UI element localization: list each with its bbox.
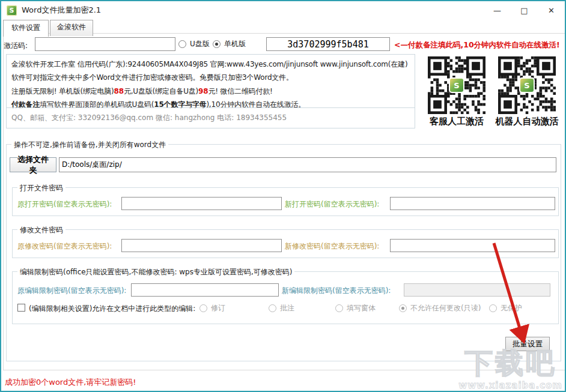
radio-udisk-label: U盘版: [190, 39, 210, 49]
old-modify-password-input[interactable]: [121, 239, 282, 252]
new-restrict-password-label: 新编辑限制密码(留空表示无密码):: [282, 286, 391, 296]
new-open-password-label: 新打开密码(留空表示无密码):: [285, 199, 379, 210]
activation-hint: <—付款备注填此码,10分钟内软件自动在线激活!: [394, 40, 560, 50]
edit-type-label-readonly: 不允许任何更改(只读): [410, 303, 481, 313]
close-button[interactable]: ✕: [538, 1, 565, 19]
qr-caption-robot: 机器人自动激活: [491, 116, 563, 127]
open-password-legend: 打开文件密码: [17, 183, 65, 193]
tab-jinjun-software[interactable]: 金浚软件: [50, 20, 93, 36]
info-panel: 金浚软件开发工作室 信用代码(广东):92440605MA4X049J85 官网…: [6, 54, 415, 128]
price-udisk: 98: [198, 87, 208, 95]
info-line-feature: 软件可对指定文件夹中多个Word文件进行加密或修改密码。免费版只加密3个Word…: [11, 71, 410, 84]
new-modify-password-input[interactable]: [390, 239, 555, 252]
radio-standalone-version[interactable]: 单机版: [213, 39, 246, 49]
window-title: Word文件批量加密2.1: [22, 5, 101, 16]
machine-code-input[interactable]: [266, 37, 390, 51]
batch-settings-button[interactable]: 批量设置: [505, 337, 550, 351]
old-restrict-password-input[interactable]: [131, 283, 279, 297]
tab-bar: 软件设置 金浚软件: [3, 20, 94, 36]
restrict-password-group: 编辑限制密码(office只能设置密码,不能修改密码: wps专业版可设置密码,…: [12, 271, 559, 324]
price-standalone: 88: [114, 87, 124, 95]
radio-standalone-label: 单机版: [224, 39, 246, 49]
minimize-button[interactable]: —: [484, 1, 511, 19]
old-modify-password-label: 原修改密码(留空表示无密码):: [17, 241, 112, 252]
edit-type-label-comments: 批注: [280, 303, 294, 313]
status-text: 成功加密0个word文件,请牢记新密码!: [5, 377, 136, 388]
radio-udisk-icon[interactable]: [178, 40, 186, 48]
modify-password-legend: 修改文件密码: [17, 225, 65, 235]
new-open-password-input[interactable]: [390, 197, 555, 210]
edit-type-radio-track-changes-icon[interactable]: [199, 304, 207, 312]
old-restrict-password-label: 原编辑限制密码(留空表示无密码):: [17, 286, 126, 296]
choose-folder-button[interactable]: 选择文件夹: [10, 157, 56, 172]
main-groupbox-legend: 操作不可逆,操作前请备份,并关闭所有word文件: [11, 140, 168, 150]
qr-center-logo-icon: S: [449, 77, 464, 93]
edit-type-radio-readonly[interactable]: 不允许任何更改(只读): [399, 303, 481, 313]
restrict-password-legend: 编辑限制密码(office只能设置密码,不能修改密码: wps专业版可设置密码,…: [17, 267, 294, 277]
edit-type-radio-noprotect[interactable]: 无保护: [489, 303, 522, 313]
edit-type-radio-track-changes[interactable]: 修订: [199, 303, 225, 313]
radio-udisk-version[interactable]: U盘版: [178, 39, 210, 49]
activation-code-label: 激活码:: [4, 41, 28, 51]
edit-type-label-noprotect: 无保护: [501, 303, 522, 313]
qr-code-robot: S: [498, 56, 556, 114]
activation-code-input[interactable]: [35, 37, 175, 51]
edit-type-radio-comments-icon[interactable]: [269, 304, 276, 312]
edit-type-radio-noprotect-icon[interactable]: [489, 304, 497, 312]
old-open-password-label: 原打开密码(留空表示无密码):: [17, 199, 112, 210]
app-window: S Word文件批量加密2.1 — □ ✕ 软件设置 金浚软件 激活码: U盘版…: [0, 0, 566, 392]
old-open-password-input[interactable]: [121, 197, 282, 210]
edit-type-label-track-changes: 修订: [211, 303, 225, 313]
edit-type-radio-comments[interactable]: 批注: [269, 303, 294, 313]
edit-types-checkbox[interactable]: [17, 304, 25, 312]
folder-path-input[interactable]: [59, 157, 556, 172]
qr-code-support: S: [428, 56, 485, 114]
tab-software-settings[interactable]: 软件设置: [3, 20, 49, 37]
edit-type-radio-forms-icon[interactable]: [335, 304, 343, 312]
info-line-price: 注册版无限制! 单机版(绑定电脑)88元,U盘版(绑定自备U盘)98元! 微信二…: [11, 85, 410, 98]
watermark-url: www.xiazaiba.com: [458, 380, 562, 391]
contact-line: QQ、邮箱、支付宝: 332092136@qq.com 微信: hangzhon…: [7, 107, 415, 128]
edit-type-label-forms: 填写窗体: [347, 303, 376, 313]
edit-type-radio-forms[interactable]: 填写窗体: [335, 303, 376, 313]
title-bar: S Word文件批量加密2.1 — □ ✕: [1, 1, 565, 19]
app-icon: S: [7, 5, 17, 16]
edit-type-radio-readonly-icon[interactable]: [399, 304, 407, 312]
info-line-company: 金浚软件开发工作室 信用代码(广东):92440605MA4X049J85 官网…: [11, 58, 410, 71]
edit-types-label: (编辑限制相关设置)允许在文档中进行此类型的编辑:: [29, 304, 195, 314]
maximize-button[interactable]: □: [511, 1, 538, 19]
qr-caption-support: 客服人工激活: [421, 116, 493, 127]
new-restrict-password-input: [404, 283, 550, 297]
new-modify-password-label: 新修改密码(留空表示无密码):: [285, 241, 379, 252]
qr-center-logo-icon: S: [519, 77, 535, 93]
radio-standalone-icon[interactable]: [213, 40, 221, 48]
